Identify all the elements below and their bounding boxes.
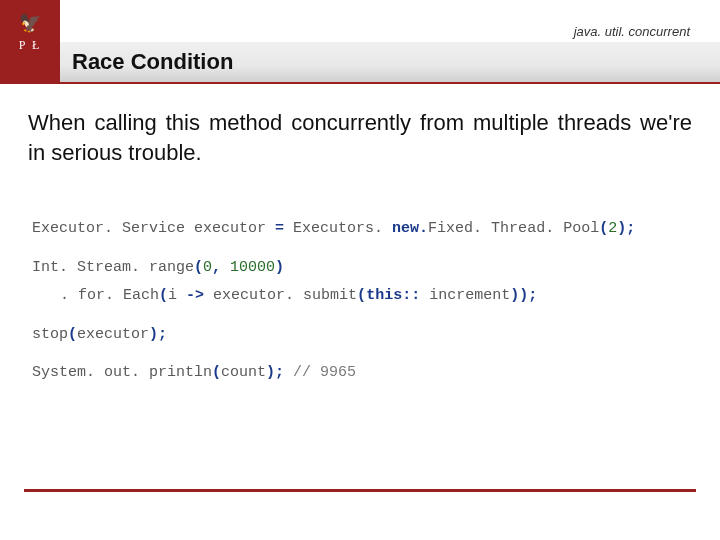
logo-letters: P Ł: [8, 38, 52, 53]
footer-rule: [24, 489, 696, 492]
title-underline: [0, 82, 720, 84]
code-line-4: stop(executor);: [32, 321, 692, 350]
slide: 🦅 P Ł java. util. concurrent Race Condit…: [0, 0, 720, 540]
title-bar: Race Condition: [60, 42, 720, 82]
lead-paragraph: When calling this method concurrently fr…: [28, 108, 692, 167]
code-line-1: Executor. Service executor = Executors. …: [32, 215, 692, 244]
code-spacer: [32, 311, 692, 321]
university-logo: 🦅 P Ł: [8, 14, 52, 68]
code-spacer: [32, 349, 692, 359]
page-title: Race Condition: [72, 49, 233, 75]
code-line-2: Int. Stream. range(0, 10000): [32, 254, 692, 283]
eagle-icon: 🦅: [8, 14, 52, 32]
code-spacer: [32, 244, 692, 254]
logo-strip: 🦅 P Ł: [0, 0, 60, 82]
breadcrumb-text: java. util. concurrent: [574, 24, 690, 39]
breadcrumb: java. util. concurrent: [60, 24, 720, 42]
code-line-5: System. out. println(count); // 9965: [32, 359, 692, 388]
slide-body: When calling this method concurrently fr…: [0, 108, 720, 388]
code-line-3: . for. Each(i -> executor. submit(this::…: [32, 282, 692, 311]
code-block: Executor. Service executor = Executors. …: [28, 215, 692, 388]
